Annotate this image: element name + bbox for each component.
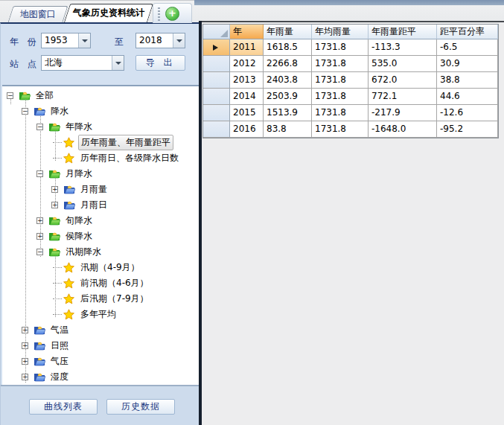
column-header[interactable]: 年雨量距平 (369, 25, 437, 39)
table-cell[interactable]: -95.2 (437, 121, 498, 138)
table-cell[interactable]: 1731.8 (312, 89, 369, 105)
select-all-icon[interactable] (220, 30, 228, 37)
column-header[interactable]: 年 (230, 25, 264, 39)
table-cell[interactable]: 2403.8 (264, 72, 312, 89)
table-cell[interactable]: 44.6 (437, 89, 498, 105)
year-from-combobox[interactable]: 1953 (41, 33, 91, 48)
row-header-cell[interactable] (203, 89, 230, 105)
tree-item-label[interactable]: 湿度 (48, 369, 71, 385)
tree-item[interactable]: 汛期（4-9月） (2, 260, 200, 275)
table-cell[interactable]: 38.8 (437, 72, 498, 89)
expand-icon[interactable]: + (22, 327, 28, 333)
collapse-icon[interactable]: − (22, 108, 28, 115)
row-header-cell[interactable] (203, 72, 230, 89)
tree-item[interactable]: +侯降水 (2, 229, 200, 244)
table-cell[interactable]: 1731.8 (312, 72, 369, 89)
year-from-dropdown-icon[interactable] (78, 33, 90, 48)
tree-item-label[interactable]: 前汛期（4-6月） (78, 275, 151, 291)
tree-item[interactable]: +月雨日 (2, 197, 200, 213)
tree-item[interactable]: −全部 (2, 88, 200, 103)
table-cell[interactable]: 2011 (230, 39, 264, 56)
tree-item[interactable]: 历年雨日、各级降水日数 (2, 150, 200, 166)
table-cell[interactable]: 1731.8 (312, 121, 369, 138)
tree-item-label[interactable]: 降水 (48, 103, 71, 119)
tab-weather-history-stats[interactable]: 气象历史资料统计 (64, 4, 153, 22)
collapse-icon[interactable]: − (36, 249, 43, 255)
tree-item[interactable]: 历年雨量、年雨量距平 (2, 135, 200, 150)
tree-item[interactable]: +气温 (2, 322, 200, 338)
row-header-cell[interactable] (203, 121, 230, 138)
add-tab-button[interactable]: + (165, 7, 179, 21)
table-cell[interactable]: 2014 (230, 89, 264, 105)
tree-item-label[interactable]: 年降水 (63, 119, 95, 135)
expand-icon[interactable]: + (51, 202, 58, 208)
tree-item[interactable]: +旬降水 (2, 213, 200, 229)
tree-item-label[interactable]: 侯降水 (63, 229, 95, 244)
year-to-combobox[interactable]: 2018 (135, 33, 185, 48)
collapse-icon[interactable]: − (36, 124, 43, 130)
row-header-cell[interactable] (203, 105, 230, 121)
table-cell[interactable]: 30.9 (437, 56, 498, 72)
station-combobox[interactable]: 北海 (41, 55, 124, 71)
table-cell[interactable]: 2013 (230, 72, 264, 89)
tree-item-label[interactable]: 气压 (48, 354, 71, 369)
tree-item-label[interactable]: 多年平均 (78, 307, 118, 322)
tree-item[interactable]: −月降水 (2, 166, 200, 182)
tree-item[interactable]: −年降水 (2, 119, 200, 135)
table-cell[interactable]: 535.0 (369, 56, 437, 72)
table-cell[interactable]: 1731.8 (312, 56, 369, 72)
table-cell[interactable]: 1731.8 (312, 39, 369, 56)
table-cell[interactable]: 83.8 (264, 121, 312, 138)
table-cell[interactable]: 1513.9 (264, 105, 312, 121)
tree-item-label[interactable]: 后汛期（7-9月） (78, 291, 151, 307)
tree-item-label[interactable]: 历年雨日、各级降水日数 (78, 150, 181, 166)
tree-item[interactable]: 前汛期（4-6月） (2, 275, 200, 291)
table-cell[interactable]: -217.9 (369, 105, 437, 121)
tree-item-label[interactable]: 汛期降水 (63, 244, 103, 260)
row-header-cell[interactable] (203, 56, 230, 72)
expand-icon[interactable]: + (22, 342, 28, 349)
expand-icon[interactable]: + (36, 233, 43, 240)
table-cell[interactable]: 2016 (230, 121, 264, 138)
tree-item-label[interactable]: 气温 (48, 322, 71, 338)
table-cell[interactable]: 2012 (230, 56, 264, 72)
export-button[interactable]: 导 出 (135, 55, 185, 71)
table-cell[interactable]: -113.3 (369, 39, 437, 56)
expand-icon[interactable]: + (22, 358, 28, 365)
tree-item[interactable]: +湿度 (2, 369, 200, 385)
tree-item-label[interactable]: 日照 (48, 338, 71, 354)
tree-item[interactable]: −降水 (2, 103, 200, 119)
station-dropdown-icon[interactable] (112, 56, 124, 70)
tree-item[interactable]: +气压 (2, 354, 200, 369)
table-cell[interactable]: 2015 (230, 105, 264, 121)
tree-item[interactable]: −汛期降水 (2, 244, 200, 260)
collapse-icon[interactable]: − (7, 92, 13, 99)
table-cell[interactable]: 1618.5 (264, 39, 312, 56)
tree-item-label[interactable]: 月降水 (63, 166, 95, 182)
table-cell[interactable]: 2503.9 (264, 89, 312, 105)
table-cell[interactable]: 672.0 (369, 72, 437, 89)
expand-icon[interactable]: + (51, 186, 58, 193)
table-cell[interactable]: -6.5 (437, 39, 498, 56)
year-to-dropdown-icon[interactable] (173, 33, 185, 48)
tree-item[interactable]: 多年平均 (2, 307, 200, 322)
row-header-cell[interactable] (203, 39, 230, 56)
table-cell[interactable]: -1648.0 (369, 121, 437, 138)
tree-item[interactable]: +日照 (2, 338, 200, 354)
collapse-icon[interactable]: − (36, 170, 43, 177)
column-header[interactable]: 年均雨量 (312, 25, 369, 39)
column-header[interactable]: 距平百分率 (437, 25, 498, 39)
table-cell[interactable]: 772.1 (369, 89, 437, 105)
tree-item[interactable]: +月雨量 (2, 182, 200, 197)
tree-item-label[interactable]: 月雨量 (78, 182, 109, 197)
tab-map-window[interactable]: 地图窗口 (7, 6, 68, 22)
table-cell[interactable]: 1731.8 (312, 105, 369, 121)
tree-item-label[interactable]: 历年雨量、年雨量距平 (78, 135, 173, 150)
expand-icon[interactable]: + (22, 374, 28, 380)
tree-item-label[interactable]: 月雨日 (78, 197, 109, 213)
column-header[interactable]: 年雨量 (264, 25, 312, 39)
tree-item-label[interactable]: 全部 (34, 88, 56, 103)
drag-grip-icon[interactable] (158, 7, 160, 21)
tree-item-label[interactable]: 汛期（4-9月） (78, 260, 142, 275)
table-cell[interactable]: -12.6 (437, 105, 498, 121)
